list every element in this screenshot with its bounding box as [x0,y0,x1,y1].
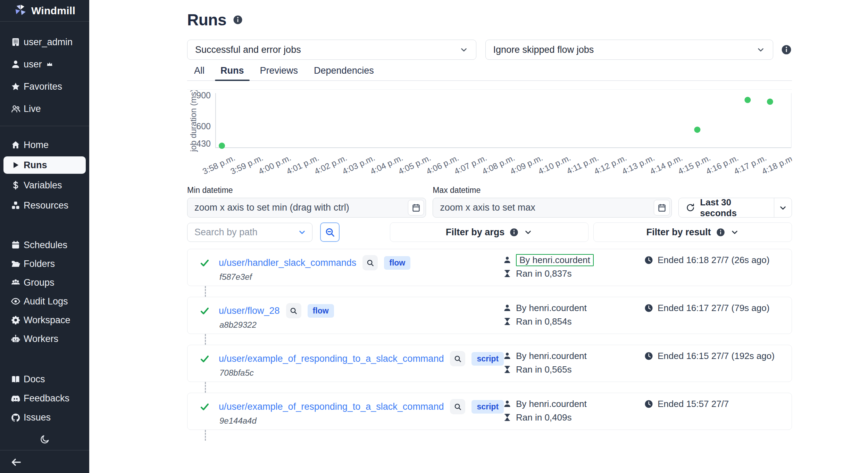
sidebar-item-runs[interactable]: Runs [3,156,86,174]
dollar-icon [10,180,21,190]
min-datetime-group: Min datetime zoom x axis to set min (dra… [187,186,426,218]
tab-previews[interactable]: Previews [254,65,304,80]
time-range-value: Last 30 seconds [700,198,767,218]
inspect-run-button[interactable] [286,303,301,318]
calendar-button[interactable] [408,200,424,215]
search-button[interactable] [320,222,340,242]
calendar-icon [10,240,21,250]
run-ended-text: Ended 16:17 27/7 (79s ago) [658,303,769,313]
min-datetime-label: Min datetime [187,186,426,195]
filter-by-result-label: Filter by result [646,227,711,238]
sidebar-group: DocsFeedbacksIssues [0,370,89,427]
success-check-icon [200,402,209,411]
hourglass-icon [503,365,511,374]
app-logo[interactable]: Windmill [0,0,89,22]
run-connector [205,334,206,345]
sidebar-item-folders[interactable]: Folders [0,254,89,273]
main-content: Runs Successful and error jobs Ignore sk… [89,0,868,473]
sidebar: Windmill user_adminuserFavoritesLiveHome… [0,0,89,473]
x-tick-label: 4:10 p.m. [537,153,572,176]
page-title: Runs [187,10,226,29]
max-datetime-placeholder: zoom x axis to set max [440,202,535,213]
run-ended: Ended 16:15 27/7 (192s ago) [644,350,775,362]
hourglass-icon [503,413,511,422]
app-title: Windmill [31,5,75,17]
data-point[interactable] [219,142,225,149]
tab-all[interactable]: All [189,65,210,80]
sidebar-item-workspace[interactable]: Workspace [0,311,89,329]
sidebar-item-user[interactable]: user [0,53,89,75]
job-duration-chart[interactable]: job duration (ms)4306009003:58 p.m.3:59 … [187,89,792,179]
job-kind-tabs: AllRunsPreviewsDependencies [187,65,792,81]
sidebar-item-home[interactable]: Home [0,135,89,155]
run-path-link[interactable]: u/user/handler_slack_commands [219,258,356,268]
sidebar-item-groups[interactable]: Groups [0,273,89,292]
inspect-run-button[interactable] [450,351,465,366]
clock-icon [644,352,653,360]
run-id: a8b29322 [219,320,257,330]
calendar-button[interactable] [654,200,670,215]
play-icon [10,161,21,170]
dark-mode-toggle[interactable] [0,434,89,445]
run-meta: By henri.courdentRan in 0,409s [503,398,587,423]
filter-by-result-button[interactable]: Filter by result [593,222,792,242]
filter-by-args-button[interactable]: Filter by args [390,222,589,242]
run-by: By henri.courdent [516,399,587,409]
y-tick-label: 430 [196,139,211,148]
sidebar-item-variables[interactable]: Variables [0,175,89,195]
person-icon [10,59,21,69]
run-row[interactable]: u/user/flow_28flowa8b29322By henri.courd… [187,297,792,334]
inspect-run-button[interactable] [450,399,465,414]
run-id: 9e144a4d [219,416,257,426]
run-ended-text: Ended 16:15 27/7 (192s ago) [658,351,775,361]
inspect-run-button[interactable] [362,255,378,270]
hourglass-icon [503,317,511,326]
sidebar-item-feedbacks[interactable]: Feedbacks [0,389,89,408]
skipped-flow-filter-value: Ignore skipped flow jobs [493,44,594,55]
run-ended: Ended 15:57 27/7 [644,398,729,410]
max-datetime-input[interactable]: zoom x axis to set max [433,198,672,218]
tab-runs[interactable]: Runs [215,65,250,80]
sidebar-item-workers[interactable]: Workers [0,329,89,348]
sidebar-item-live[interactable]: Live [0,98,89,120]
sidebar-item-user-admin[interactable]: user_admin [0,31,89,53]
run-row[interactable]: u/user/example_of_responding_to_a_slack_… [187,345,792,382]
min-datetime-placeholder: zoom x axis to set min (drag with ctrl) [194,202,349,213]
search-by-path-input[interactable]: Search by path [187,223,312,242]
info-icon[interactable] [781,44,792,55]
chevron-down-icon [524,228,533,237]
run-path-link[interactable]: u/user/example_of_responding_to_a_slack_… [219,353,444,364]
skipped-flow-filter-select[interactable]: Ignore skipped flow jobs [485,40,774,60]
sidebar-item-resources[interactable]: Resources [0,195,89,215]
sidebar-item-favorites[interactable]: Favorites [0,75,89,98]
run-ended-text: Ended 16:18 27/7 (26s ago) [658,255,769,266]
info-icon [509,228,519,237]
run-path-link[interactable]: u/user/flow_28 [219,305,280,316]
job-kind-badge: flow [308,304,334,318]
sidebar-item-audit-logs[interactable]: Audit Logs [0,292,89,311]
sidebar-item-schedules[interactable]: Schedules [0,236,89,254]
info-icon[interactable] [233,15,243,25]
run-path-link[interactable]: u/user/example_of_responding_to_a_slack_… [219,401,444,412]
time-range-button[interactable]: Last 30 seconds [678,198,792,218]
sidebar-item-label: Issues [24,412,51,423]
chevron-down-icon[interactable] [774,198,792,217]
run-row[interactable]: u/user/handler_slack_commandsflowf587e3e… [187,249,792,286]
job-status-filter-select[interactable]: Successful and error jobs [187,40,476,60]
tab-dependencies[interactable]: Dependencies [308,65,379,80]
min-datetime-input[interactable]: zoom x axis to set min (drag with ctrl) [187,198,426,218]
discord-icon [10,394,21,403]
run-duration: Ran in 0,854s [516,316,571,327]
run-row[interactable]: u/user/example_of_responding_to_a_slack_… [187,393,792,430]
data-point[interactable] [694,127,700,133]
chevron-down-icon [459,45,468,54]
sidebar-item-docs[interactable]: Docs [0,370,89,389]
data-point[interactable] [744,97,751,103]
success-check-icon [200,354,209,364]
success-check-icon [200,306,209,316]
collapse-sidebar-button[interactable] [8,456,24,470]
group-icon [10,278,21,287]
data-point[interactable] [767,99,773,105]
run-ended-text: Ended 15:57 27/7 [658,399,729,409]
sidebar-item-issues[interactable]: Issues [0,408,89,427]
